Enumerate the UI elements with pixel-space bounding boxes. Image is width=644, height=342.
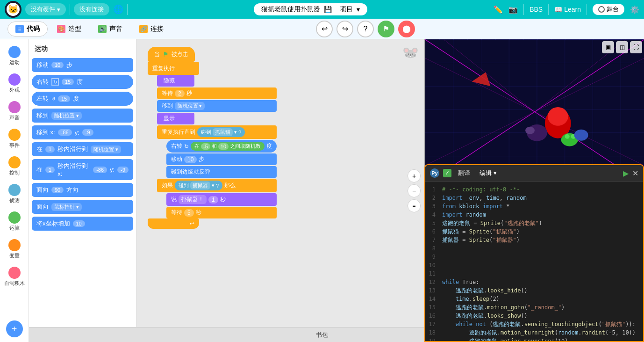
operators-label: 运算 — [9, 225, 20, 232]
learn-button[interactable]: 📖 Learn — [554, 6, 581, 13]
blocks-header: 运动 — [32, 43, 133, 55]
control-dot — [8, 156, 21, 168]
divider-2 — [127, 4, 128, 15]
repeat-until-block[interactable]: 重复执行直到 碰到 抓鼠猫 ▾ ? — [157, 125, 277, 139]
stage-area: ▣ ◫ ⛶ — [424, 39, 644, 184]
turn-right-block[interactable]: 右转 ↻ 在 -5 和 10 之间取随机数 度 — [166, 140, 277, 153]
if-block[interactable]: 如果 碰到 捕鼠器 ▾ ? 那么 — [157, 179, 277, 192]
python-icon: Py — [430, 168, 439, 178]
block-move[interactable]: 移动 10 步 — [32, 58, 133, 72]
move-10-block[interactable]: 移动 10 步 — [166, 153, 277, 165]
redo-button[interactable]: ↪ — [336, 21, 353, 37]
sidebar-item-looks[interactable]: 外观 — [1, 71, 28, 96]
bounce-block[interactable]: 碰到边缘就反弹 — [166, 166, 277, 178]
forever-body: 隐藏 等待 2 秒 移到 随机位置 ▾ — [157, 75, 277, 218]
block-glide-xy[interactable]: 在 1 秒内滑行到 x: -86 y: -9 — [32, 159, 133, 180]
say-block[interactable]: 说 扑鼠器！ 1 秒 — [166, 193, 277, 206]
zoom-in-button[interactable]: + — [408, 169, 421, 182]
tab-sound[interactable]: 🔊 声音 — [91, 22, 130, 36]
face-dropdown[interactable]: 鼠标指针 ▾ — [51, 203, 82, 211]
bbs-label[interactable]: BBS — [530, 6, 543, 13]
block-goto-xy[interactable]: 移到 x: -86 y: -9 — [32, 125, 133, 139]
goto-random-drop[interactable]: 随机位置 ▾ — [175, 102, 205, 110]
variables-dot — [8, 239, 21, 251]
help-button[interactable]: ? — [357, 21, 374, 37]
main-content: 运动 外观 声音 事件 控制 侦测 运算 变量 — [0, 39, 644, 342]
hat-block[interactable]: 当 ⚑ 被点击 — [148, 47, 195, 62]
bag-label: 书包 — [316, 331, 328, 339]
glide-dropdown[interactable]: 随机位置 ▾ — [91, 146, 121, 153]
sound-tab-icon: 🔊 — [98, 25, 107, 33]
sidebar-item-sound[interactable]: 声音 — [1, 98, 28, 124]
wait-block[interactable]: 等待 2 秒 — [157, 87, 277, 99]
logo: 🐱 — [5, 1, 21, 18]
operators-dot — [8, 211, 21, 224]
tab-sound-label: 声音 — [109, 25, 122, 33]
goto-dropdown[interactable]: 随机位置 ▾ — [51, 112, 82, 120]
action-buttons: ↩ ↪ ? ⚑ ⬤ — [316, 21, 644, 37]
block-face-dir[interactable]: 面向 90 方向 — [32, 183, 133, 197]
events-label: 事件 — [9, 142, 20, 149]
touching-oval: 碰到 抓鼠猫 ▾ ? — [197, 127, 245, 137]
translate-button[interactable]: 翻译 — [455, 168, 473, 178]
undo-button[interactable]: ↩ — [316, 21, 333, 37]
block-goto-random[interactable]: 移到 随机位置 ▾ — [32, 109, 133, 123]
code-close-button[interactable]: ✕ — [632, 169, 638, 178]
block-change-x[interactable]: 将x坐标增加 10 — [32, 217, 133, 231]
looks-label: 外观 — [9, 87, 20, 94]
sidebar-item-variables[interactable]: 变量 — [1, 236, 28, 262]
tab-connect-label: 连接 — [150, 25, 164, 33]
wait-5-block[interactable]: 等待 5 秒 — [166, 207, 277, 218]
block-turn-left[interactable]: 左转 ↺ 15 度 — [32, 92, 133, 106]
zoom-reset-button[interactable]: = — [408, 199, 421, 212]
tab-connect[interactable]: 🔗 连接 — [132, 22, 171, 36]
hide-block[interactable]: 隐藏 — [157, 75, 194, 87]
block-face-mouse[interactable]: 面向 鼠标指针 ▾ — [32, 200, 133, 214]
sidebar-item-events[interactable]: 事件 — [1, 126, 28, 152]
tabs-container: ≡ 代码 🎨 造型 🔊 声音 🔗 连接 — [0, 22, 316, 36]
turn-left-icon: ↺ — [51, 96, 55, 102]
tab-costume[interactable]: 🎨 造型 — [50, 22, 89, 36]
script-stack: 当 ⚑ 被点击 重复执行 隐藏 等待 2 — [148, 47, 277, 229]
sidebar: 运动 外观 声音 事件 控制 侦测 运算 变量 — [0, 39, 29, 342]
camera-icon-btn[interactable]: 📷 — [508, 5, 518, 14]
sprite-icon: 🐭 — [402, 45, 419, 60]
sensing-label: 侦测 — [9, 197, 20, 204]
layout-full-button[interactable]: ⛶ — [630, 41, 642, 53]
stop-button[interactable]: ⬤ — [398, 21, 415, 37]
globe-icon[interactable]: 🌐 — [113, 4, 123, 15]
svg-point-24 — [548, 107, 568, 126]
goto-random-block[interactable]: 移到 随机位置 ▾ — [157, 100, 277, 112]
block-glide-random[interactable]: 在 1 秒内滑行到 随机位置 ▾ — [32, 142, 133, 156]
settings-icon-btn[interactable]: ⚙️ — [630, 5, 639, 14]
events-dot — [8, 129, 21, 141]
svg-point-26 — [525, 127, 535, 134]
sidebar-item-motion[interactable]: 运动 — [1, 43, 28, 69]
costume-tab-icon: 🎨 — [57, 25, 65, 33]
no-connection-button[interactable]: 没有连接 — [74, 3, 109, 15]
scripts-canvas[interactable]: 🐭 当 ⚑ 被点击 重复执行 隐藏 — [136, 39, 424, 342]
tab-code[interactable]: ≡ 代码 — [7, 22, 48, 36]
no-hardware-button[interactable]: 没有硬件 ▾ — [25, 3, 66, 15]
code-play-button[interactable]: ▶ — [623, 169, 629, 178]
svg-point-30 — [574, 130, 588, 141]
zoom-out-button[interactable]: − — [408, 184, 421, 197]
forever-block[interactable]: 重复执行 — [148, 62, 199, 75]
code-content[interactable]: # -*- coding: utf-8 -*- import _env, tim… — [438, 182, 643, 341]
motion-label: 运动 — [9, 59, 20, 66]
show-block[interactable]: 显示 — [157, 113, 194, 124]
sidebar-item-custom[interactable]: 自制积木 — [1, 264, 28, 290]
sidebar-item-operators[interactable]: 运算 — [1, 209, 28, 234]
stage-button[interactable]: 舞台 — [593, 4, 624, 15]
project-title: 猫抓老鼠使用扑鼠器 — [261, 5, 320, 14]
sidebar-item-control[interactable]: 控制 — [1, 153, 28, 179]
sidebar-item-sensing[interactable]: 侦测 — [1, 181, 28, 207]
add-block-button[interactable]: + — [6, 320, 23, 337]
edit-icon-btn[interactable]: ✏️ — [494, 5, 503, 14]
edit-button[interactable]: 编辑 ▾ — [477, 168, 500, 178]
layout-small-button[interactable]: ▣ — [602, 41, 614, 53]
repeat-until-body: 右转 ↻ 在 -5 和 10 之间取随机数 度 — [166, 140, 277, 178]
block-turn-right[interactable]: 右转 ↻ 15 度 — [32, 75, 133, 89]
run-button[interactable]: ⚑ — [378, 21, 394, 37]
layout-large-button[interactable]: ◫ — [616, 41, 628, 53]
